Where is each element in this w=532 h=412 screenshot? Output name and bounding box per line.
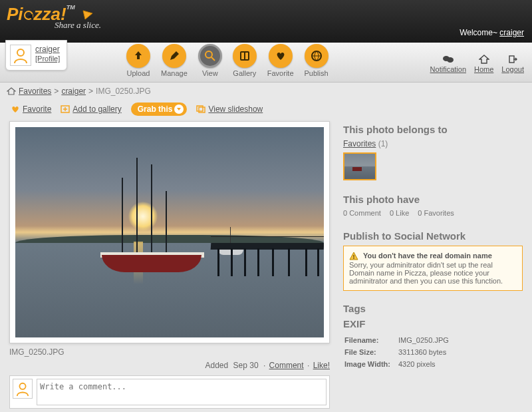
photo-filename: IMG_0250.JPG bbox=[9, 347, 330, 357]
chat-icon bbox=[442, 55, 454, 64]
like-link[interactable]: Like! bbox=[313, 361, 330, 370]
logo-text-part1: Pi bbox=[7, 4, 23, 24]
home-small-icon bbox=[7, 87, 16, 95]
slideshow-icon bbox=[196, 105, 205, 113]
exif-table: Filename:IMG_0250.JPG File Size:3311360 … bbox=[343, 333, 457, 371]
svg-text:!: ! bbox=[353, 254, 355, 260]
photo-frame bbox=[9, 121, 330, 343]
svg-rect-13 bbox=[199, 107, 205, 112]
nav-upload[interactable]: Upload bbox=[126, 44, 150, 77]
header-right-links: Notification Home Logout bbox=[430, 55, 524, 73]
svg-point-14 bbox=[19, 383, 25, 389]
exif-section: EXIF Filename:IMG_0250.JPG File Size:331… bbox=[343, 318, 523, 371]
exif-row: Image Width:4320 pixels bbox=[344, 359, 456, 369]
owner-line: Favorites (1) bbox=[343, 139, 523, 148]
comment-avatar bbox=[13, 379, 33, 399]
breadcrumb-favorites[interactable]: Favorites bbox=[19, 87, 51, 96]
home-link[interactable]: Home bbox=[474, 55, 493, 73]
photo-meta: Added Sep 30 · Comment · Like! bbox=[9, 361, 330, 370]
comment-box bbox=[9, 375, 330, 409]
svg-point-1 bbox=[205, 51, 212, 58]
publish-warning: ! You don't have the real domain name So… bbox=[343, 246, 523, 291]
photo-image[interactable] bbox=[15, 127, 324, 337]
warning-icon: ! bbox=[349, 252, 358, 261]
usercard-profile-link[interactable]: [Profile] bbox=[35, 55, 60, 63]
belongs-title: This photo belongs to bbox=[343, 124, 523, 135]
view-slideshow-action[interactable]: View slideshow bbox=[196, 104, 263, 114]
stat-comments: 0 Comment bbox=[343, 209, 381, 217]
exif-row: Filename:IMG_0250.JPG bbox=[344, 335, 456, 345]
nav-gallery[interactable]: Gallery bbox=[233, 44, 257, 77]
tagline: Share a slice. bbox=[55, 20, 101, 31]
heart-small-icon bbox=[11, 105, 20, 113]
upload-icon bbox=[126, 44, 150, 68]
owner-link[interactable]: Favorites bbox=[343, 139, 376, 148]
publish-title: Publish to Social Network bbox=[343, 230, 523, 242]
stat-favorites: 0 Favorites bbox=[418, 209, 454, 217]
grab-this-button[interactable]: Grab this bbox=[131, 103, 188, 116]
tags-title: Tags bbox=[343, 303, 523, 314]
warning-body: Sorry, your adminitrator didn't set up t… bbox=[349, 261, 503, 285]
comment-link[interactable]: Comment bbox=[269, 361, 304, 370]
avatar bbox=[10, 45, 31, 66]
breadcrumb-current: IMG_0250.JPG bbox=[96, 87, 151, 96]
photo-actions: Favorite Add to gallery Grab this View s… bbox=[0, 100, 532, 121]
user-card: craiger [Profile] bbox=[5, 40, 67, 71]
breadcrumb: Favorites > craiger > IMG_0250.JPG bbox=[0, 83, 532, 100]
chevron-down-icon bbox=[174, 104, 184, 114]
svg-rect-12 bbox=[197, 106, 203, 111]
pencil-icon bbox=[162, 44, 186, 68]
book-icon bbox=[233, 44, 257, 68]
photo-stats: 0 Comment 0 Like 0 Favorites bbox=[343, 209, 523, 217]
favorite-action[interactable]: Favorite bbox=[11, 104, 51, 114]
svg-point-0 bbox=[17, 49, 24, 56]
owner-thumbnail[interactable] bbox=[343, 152, 376, 180]
nav-manage[interactable]: Manage bbox=[161, 44, 188, 77]
notification-link[interactable]: Notification bbox=[430, 55, 466, 73]
pizza-slice-icon bbox=[82, 9, 93, 20]
usercard-username-link[interactable]: craiger bbox=[35, 45, 60, 54]
svg-rect-8 bbox=[509, 56, 514, 63]
breadcrumb-user[interactable]: craiger bbox=[61, 87, 86, 96]
exif-row: File Size:3311360 bytes bbox=[344, 347, 456, 357]
logo-tm: TM bbox=[66, 4, 75, 11]
gallery-add-icon bbox=[61, 105, 70, 113]
photo-date: Sep 30 bbox=[233, 361, 259, 370]
home-icon bbox=[479, 55, 489, 64]
logout-icon bbox=[508, 55, 517, 64]
welcome-text: Welcome~ craiger bbox=[460, 28, 524, 37]
have-title: This photo have bbox=[343, 194, 523, 205]
owner-count: (1) bbox=[378, 139, 388, 148]
welcome-user-link[interactable]: craiger bbox=[499, 28, 524, 37]
comment-input[interactable] bbox=[37, 379, 327, 405]
nav-view[interactable]: View bbox=[198, 44, 222, 77]
nav-row: craiger [Profile] Upload Manage View Gal… bbox=[0, 43, 532, 83]
add-to-gallery-action[interactable]: Add to gallery bbox=[61, 104, 121, 114]
sidebar: This photo belongs to Favorites (1) This… bbox=[343, 121, 523, 371]
svg-line-2 bbox=[211, 57, 215, 61]
logout-link[interactable]: Logout bbox=[501, 55, 524, 73]
photo-column: IMG_0250.JPG Added Sep 30 · Comment · Li… bbox=[9, 121, 330, 409]
top-bar: Pizza!TM Share a slice. Welcome~ craiger bbox=[0, 0, 532, 43]
globe-icon bbox=[305, 44, 329, 68]
magnifier-icon bbox=[198, 44, 222, 68]
stat-likes: 0 Like bbox=[390, 209, 409, 217]
nav-favorite[interactable]: Favorite bbox=[267, 44, 294, 77]
nav-publish[interactable]: Publish bbox=[305, 44, 329, 77]
nav-icons: Upload Manage View Gallery Favorite Publ… bbox=[126, 44, 329, 77]
svg-point-7 bbox=[447, 57, 454, 63]
exif-title: EXIF bbox=[343, 318, 523, 329]
heart-icon bbox=[269, 44, 293, 68]
warning-heading: You don't have the real domain name bbox=[363, 252, 492, 260]
